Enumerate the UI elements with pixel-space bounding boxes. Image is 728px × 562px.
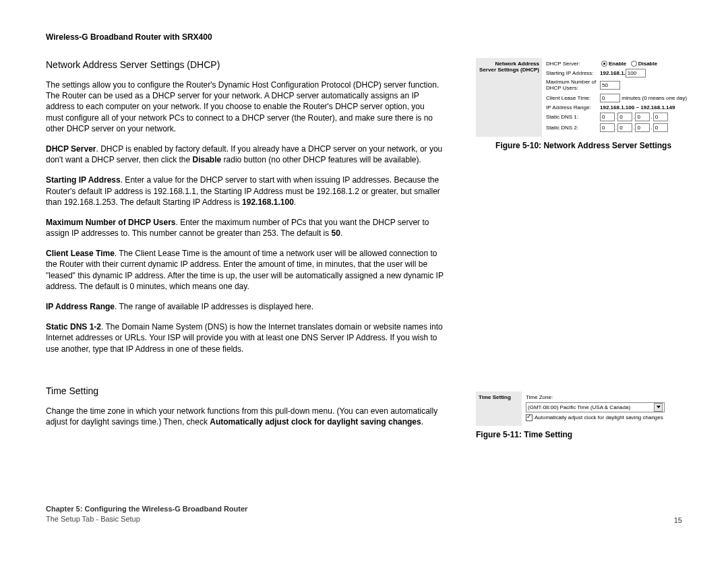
starting-ip-paragraph: Starting IP Address. Enter a value for t… — [46, 175, 444, 208]
text: . The range of available IP addresses is… — [115, 302, 313, 311]
max-users-row-label: Maximum Number ofDHCP Users: — [546, 80, 600, 92]
max-users-paragraph: Maximum Number of DHCP Users. Enter the … — [46, 217, 444, 239]
page-number: 15 — [674, 516, 682, 524]
dns2-oct1[interactable]: 0 — [600, 123, 615, 132]
max-users-label: Maximum Number of DHCP Users — [46, 218, 176, 227]
disable-label: Disable — [638, 61, 657, 67]
dns1-oct3[interactable]: 0 — [635, 113, 650, 121]
starting-ip-default: 192.168.1.100 — [242, 197, 294, 207]
tz-row-label: Time Zone: — [526, 394, 553, 400]
start-ip-prefix: 192.168.1. — [600, 70, 626, 76]
section-title-dhcp: Network Address Server Settings (DHCP) — [46, 59, 444, 70]
svg-marker-0 — [657, 406, 661, 408]
range-row-label: IP Address Range: — [546, 104, 600, 111]
auto-adjust-phrase: Automatically adjust clock for daylight … — [210, 417, 421, 427]
disable-word: Disable — [193, 155, 222, 164]
dhcp-server-paragraph: DHCP Server. DHCP is enabled by factory … — [46, 144, 444, 165]
panel-label: Network Address Server Settings (DHCP) — [476, 58, 542, 137]
figure-5-10: Network Address Server Settings (DHCP) D… — [476, 58, 691, 150]
start-ip-input[interactable]: 100 — [626, 69, 646, 77]
auto-adjust-label: Automatically adjust clock for daylight … — [535, 414, 663, 420]
dhcp-server-row-label: DHCP Server: — [546, 61, 600, 67]
dhcp-server-label: DHCP Server — [46, 144, 96, 154]
lease-time-paragraph: Client Lease Time. The Client Lease Time… — [46, 248, 444, 292]
max-users-default: 50 — [332, 228, 340, 238]
timezone-value: (GMT-08:00) Pacific Time (USA & Canada) — [528, 403, 630, 412]
footer-chapter: Chapter 5: Configuring the Wireless-G Br… — [46, 504, 247, 514]
auto-adjust-checkbox[interactable] — [526, 414, 533, 421]
static-dns-paragraph: Static DNS 1-2. The Domain Name System (… — [46, 321, 444, 354]
dns2-oct4[interactable]: 0 — [653, 123, 668, 132]
dns1-oct2[interactable]: 0 — [617, 113, 632, 121]
dns2-oct3[interactable]: 0 — [635, 123, 650, 132]
time-setting-paragraph: Change the time zone in which your netwo… — [46, 406, 444, 427]
footer-subtitle: The Setup Tab - Basic Setup — [46, 514, 247, 524]
lease-suffix: minutes (0 means one day) — [621, 95, 687, 101]
lease-input[interactable]: 0 — [600, 94, 620, 102]
dns1-oct1[interactable]: 0 — [600, 113, 615, 121]
dns2-row-label: Static DNS 2: — [546, 125, 600, 131]
page-footer: Chapter 5: Configuring the Wireless-G Br… — [46, 504, 682, 524]
text: . — [294, 197, 296, 207]
static-dns-label: Static DNS 1-2 — [46, 322, 101, 332]
range-value: 192.168.1.100 ~ 192.168.1.149 — [600, 104, 675, 111]
lease-row-label: Client Lease Time: — [546, 95, 600, 101]
ip-range-label: IP Address Range — [46, 302, 115, 311]
page-header: Wireless-G Broadband Router with SRX400 — [46, 32, 682, 42]
figure-5-11: Time Setting Time Zone: (GMT-08:00) Paci… — [476, 392, 691, 439]
text: . — [340, 228, 342, 238]
starting-ip-label: Starting IP Address — [46, 175, 121, 185]
disable-radio[interactable] — [631, 61, 637, 67]
timezone-select[interactable]: (GMT-08:00) Pacific Time (USA & Canada) — [526, 402, 665, 412]
section-title-time: Time Setting — [46, 385, 444, 396]
max-users-input[interactable]: 50 — [600, 81, 620, 90]
text: radio button (no other DHCP features wil… — [221, 155, 421, 164]
enable-label: Enable — [609, 61, 626, 67]
panel2-label: Time Setting — [476, 392, 522, 426]
chevron-down-icon — [654, 403, 663, 412]
dns1-oct4[interactable]: 0 — [653, 113, 668, 121]
dns2-oct2[interactable]: 0 — [617, 123, 632, 132]
figure-5-11-caption: Figure 5-11: Time Setting — [476, 430, 691, 439]
lease-time-label: Client Lease Time — [46, 249, 115, 258]
text: . — [421, 417, 423, 427]
start-ip-row-label: Starting IP Address: — [546, 70, 600, 76]
text: . The Domain Name System (DNS) is how th… — [46, 322, 443, 353]
ip-range-paragraph: IP Address Range. The range of available… — [46, 301, 444, 312]
figure-5-10-caption: Figure 5-10: Network Address Server Sett… — [476, 141, 691, 150]
intro-paragraph: The settings allow you to configure the … — [46, 80, 444, 134]
enable-radio[interactable] — [601, 61, 607, 67]
dns1-row-label: Static DNS 1: — [546, 114, 600, 120]
